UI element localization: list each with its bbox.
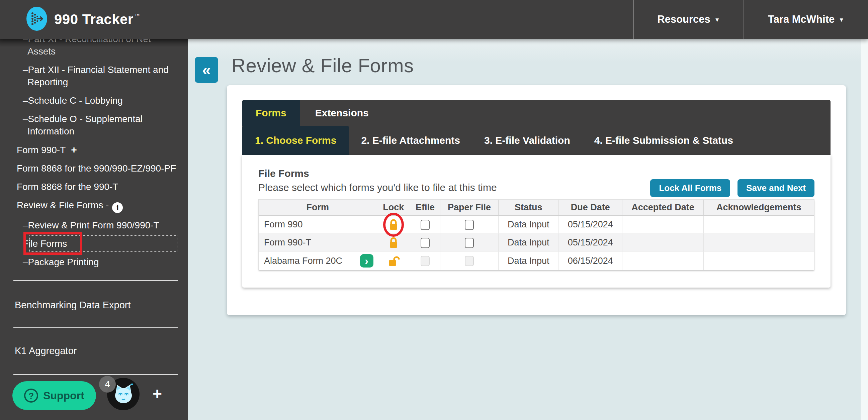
status-cell: Data Input bbox=[499, 252, 558, 270]
review-file-forms-card: Forms Extensions 1. Choose Forms 2. E-fi… bbox=[227, 85, 846, 315]
chevron-down-icon: ▼ bbox=[839, 17, 844, 23]
chevron-right-icon: › bbox=[365, 255, 368, 267]
efile-cell bbox=[410, 252, 440, 270]
brand-name: 990 Tracker bbox=[54, 11, 133, 27]
primary-tab-bar: Forms Extensions bbox=[242, 100, 831, 126]
efile-checkbox[interactable] bbox=[421, 220, 430, 230]
scrollbar[interactable] bbox=[861, 39, 868, 420]
paper-file-checkbox[interactable] bbox=[465, 220, 474, 230]
col-header-acknowledgements: Acknowledgements bbox=[704, 200, 814, 216]
due-date-cell: 05/15/2024 bbox=[558, 234, 622, 252]
lock-all-forms-button[interactable]: Lock All Forms bbox=[650, 179, 730, 197]
due-date-cell: 05/15/2024 bbox=[558, 216, 622, 234]
sidebar-item-review-print[interactable]: –Review & Print Form 990/990-T bbox=[0, 219, 188, 231]
expand-row-button[interactable]: › bbox=[360, 254, 373, 267]
sidebar-item-form-8868-990t[interactable]: Form 8868 for the 990-T bbox=[0, 181, 188, 193]
page-title: Review & File Forms bbox=[231, 54, 413, 76]
efile-cell bbox=[410, 234, 440, 252]
accepted-date-cell bbox=[622, 216, 703, 234]
notification-badge: 4 bbox=[99, 376, 116, 393]
resources-label: Resources bbox=[657, 13, 710, 25]
app-window: 990 Tracker™ Resources ▼ Tara McWhite ▼ … bbox=[0, 0, 868, 420]
tab-step-efile-attachments[interactable]: 2. E-file Attachments bbox=[349, 126, 472, 155]
accepted-date-cell bbox=[622, 234, 703, 252]
resources-menu[interactable]: Resources ▼ bbox=[633, 0, 744, 39]
unlock-icon bbox=[386, 254, 401, 268]
col-header-accepted-date: Accepted Date bbox=[622, 200, 703, 216]
sidebar-divider bbox=[13, 374, 178, 375]
col-header-efile: Efile bbox=[410, 200, 440, 216]
sidebar-item-schedule-o[interactable]: –Schedule O - Supplemental Information bbox=[0, 113, 188, 137]
brand[interactable]: 990 Tracker™ bbox=[0, 6, 140, 32]
form-name-cell: Alabama Form 20C › bbox=[259, 252, 377, 270]
paper-file-cell bbox=[440, 252, 499, 270]
sidebar-item-form-8868-990[interactable]: Form 8868 for the 990/990-EZ/990-PF bbox=[0, 162, 188, 174]
lock-cell[interactable] bbox=[377, 216, 410, 234]
plus-icon[interactable]: + bbox=[71, 144, 77, 155]
brand-trademark: ™ bbox=[134, 13, 140, 19]
double-chevron-left-icon: « bbox=[202, 61, 211, 78]
paper-file-checkbox-disabled bbox=[465, 256, 474, 266]
save-and-next-button[interactable]: Save and Next bbox=[738, 179, 814, 197]
sidebar-item-schedule-c[interactable]: –Schedule C - Lobbying bbox=[0, 94, 188, 107]
plus-icon[interactable]: + bbox=[153, 388, 162, 400]
efile-checkbox-disabled bbox=[421, 256, 430, 266]
sidebar-item-review-file-forms[interactable]: Review & File Forms -i bbox=[0, 199, 188, 213]
col-header-form: Form bbox=[259, 200, 377, 216]
form-name-cell: Form 990-T bbox=[259, 234, 377, 252]
tab-forms[interactable]: Forms bbox=[242, 100, 300, 126]
sidebar-item-part-xii[interactable]: –Part XII - Financial Statement and Repo… bbox=[0, 64, 188, 88]
lock-cell[interactable] bbox=[377, 252, 410, 270]
col-header-due-date: Due Date bbox=[558, 200, 622, 216]
paper-file-cell bbox=[440, 216, 499, 234]
logo-icon bbox=[26, 6, 48, 32]
tab-step-efile-validation[interactable]: 3. E-file Validation bbox=[472, 126, 582, 155]
steps-tab-bar: 1. Choose Forms 2. E-file Attachments 3.… bbox=[242, 126, 831, 155]
paper-file-checkbox[interactable] bbox=[465, 238, 474, 248]
table-header-row: Form Lock Efile Paper File Status Due Da… bbox=[259, 200, 814, 216]
sidebar-item-file-forms[interactable]: File Forms bbox=[0, 237, 188, 250]
due-date-cell: 06/15/2024 bbox=[558, 252, 622, 270]
lock-cell[interactable] bbox=[377, 234, 410, 252]
table-row-form-990: Form 990 Data Input 05/ bbox=[259, 216, 814, 234]
info-icon[interactable]: i bbox=[112, 202, 123, 213]
forms-table: Form Lock Efile Paper File Status Due Da… bbox=[259, 200, 814, 270]
status-cell: Data Input bbox=[499, 234, 558, 252]
sidebar: –Part XI - Reconciliation of Net Assets … bbox=[0, 39, 188, 420]
col-header-lock: Lock bbox=[377, 200, 410, 216]
lock-icon bbox=[387, 236, 400, 250]
acknowledgements-cell bbox=[704, 234, 814, 252]
sidebar-item-form-990t[interactable]: Form 990-T+ bbox=[0, 143, 188, 156]
efile-checkbox[interactable] bbox=[421, 238, 430, 248]
panel-heading: File Forms bbox=[258, 168, 814, 179]
paper-file-cell bbox=[440, 234, 499, 252]
panel-actions: Lock All Forms Save and Next bbox=[650, 179, 814, 197]
sidebar-item-package-printing[interactable]: –Package Printing bbox=[0, 256, 188, 268]
sidebar-nav: –Part XI - Reconciliation of Net Assets … bbox=[0, 39, 188, 268]
table-row-alabama-20c: Alabama Form 20C › Data bbox=[259, 252, 814, 270]
sidebar-divider bbox=[13, 280, 178, 281]
sidebar-item-part-xi[interactable]: –Part XI - Reconciliation of Net Assets bbox=[0, 39, 188, 58]
table-row-form-990t: Form 990-T Data Input 05/15/2024 bbox=[259, 234, 814, 252]
col-header-paper-file: Paper File bbox=[440, 200, 499, 216]
question-mark-icon: ? bbox=[24, 389, 38, 402]
acknowledgements-cell bbox=[704, 216, 814, 234]
header-menu: Resources ▼ Tara McWhite ▼ bbox=[633, 0, 868, 39]
sidebar-divider bbox=[13, 327, 178, 328]
forms-table-wrap: Form Lock Efile Paper File Status Due Da… bbox=[258, 199, 814, 270]
user-menu[interactable]: Tara McWhite ▼ bbox=[744, 0, 868, 39]
form-name-cell: Form 990 bbox=[259, 216, 377, 234]
status-cell: Data Input bbox=[499, 216, 558, 234]
support-button[interactable]: ? Support bbox=[12, 381, 96, 410]
cat-avatar-icon bbox=[113, 384, 134, 405]
tab-step-choose-forms[interactable]: 1. Choose Forms bbox=[242, 126, 349, 155]
tab-extensions[interactable]: Extensions bbox=[300, 100, 384, 126]
sidebar-item-benchmarking[interactable]: Benchmarking Data Export bbox=[0, 299, 188, 311]
app-header: 990 Tracker™ Resources ▼ Tara McWhite ▼ bbox=[0, 0, 868, 39]
accepted-date-cell bbox=[622, 252, 703, 270]
col-header-status: Status bbox=[499, 200, 558, 216]
tab-step-efile-submission[interactable]: 4. E-file Submission & Status bbox=[582, 126, 745, 155]
collapse-sidebar-button[interactable]: « bbox=[195, 57, 218, 83]
efile-cell bbox=[410, 216, 440, 234]
sidebar-item-k1-aggregator[interactable]: K1 Aggregator bbox=[0, 345, 188, 357]
